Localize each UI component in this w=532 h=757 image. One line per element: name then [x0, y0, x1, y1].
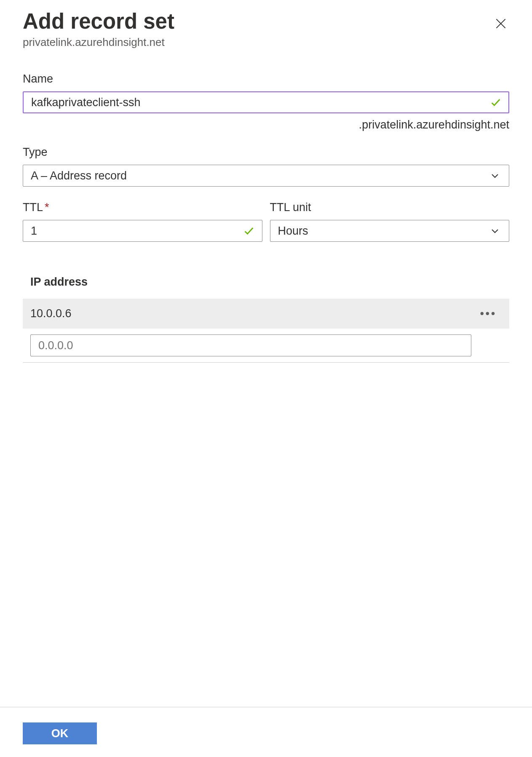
- ttl-label: TTL*: [23, 201, 262, 214]
- panel-footer: OK: [0, 707, 532, 757]
- name-label: Name: [23, 72, 509, 86]
- checkmark-icon: [490, 96, 502, 108]
- chevron-down-icon: [490, 226, 500, 236]
- ok-button[interactable]: OK: [23, 722, 97, 744]
- type-label: Type: [23, 146, 509, 159]
- checkmark-icon: [243, 225, 255, 237]
- ip-address-value: 10.0.0.6: [30, 307, 72, 320]
- ttl-unit-value: Hours: [278, 225, 308, 238]
- ttl-unit-label: TTL unit: [270, 201, 510, 214]
- chevron-down-icon: [490, 171, 500, 181]
- ttl-label-text: TTL: [23, 201, 43, 214]
- type-field-group: Type A – Address record: [23, 146, 509, 187]
- more-icon[interactable]: •••: [480, 307, 497, 320]
- name-field-group: Name .privatelink.azurehdinsight.net: [23, 72, 509, 131]
- ttl-unit-field-group: TTL unit Hours: [270, 201, 510, 242]
- ip-address-input[interactable]: [30, 334, 471, 356]
- panel-subtitle: privatelink.azurehdinsight.net: [23, 36, 509, 49]
- ip-address-section: IP address 10.0.0.6 •••: [23, 276, 509, 363]
- type-select[interactable]: A – Address record: [23, 165, 509, 187]
- ip-address-header: IP address: [23, 276, 509, 299]
- name-suffix: .privatelink.azurehdinsight.net: [23, 118, 509, 131]
- required-asterisk: *: [45, 201, 49, 214]
- ttl-unit-select[interactable]: Hours: [270, 220, 510, 242]
- panel-title: Add record set: [23, 8, 174, 34]
- close-icon[interactable]: [492, 15, 509, 32]
- ip-address-row: 10.0.0.6 •••: [23, 299, 509, 329]
- type-value: A – Address record: [31, 169, 127, 182]
- name-input[interactable]: [23, 91, 509, 113]
- ttl-input[interactable]: [23, 220, 262, 242]
- ip-input-row: [23, 329, 509, 363]
- ttl-field-group: TTL*: [23, 201, 262, 242]
